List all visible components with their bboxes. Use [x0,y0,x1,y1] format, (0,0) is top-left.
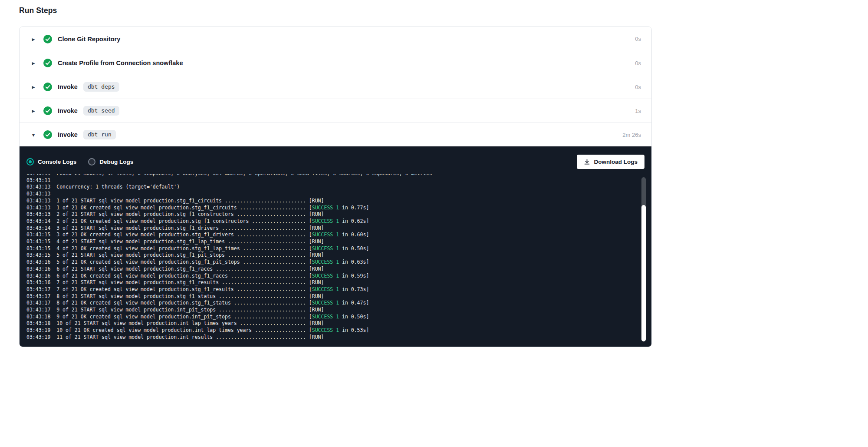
log-success-text: SUCCESS 1 [312,300,339,306]
log-line: 03:43:17 8 of 21 START sql view model pr… [26,293,634,300]
download-icon [584,159,590,165]
log-text: 6 of 21 START sql view model production.… [56,266,324,272]
log-timestamp: 03:43:18 [26,320,56,326]
step-command-chip: dbt deps [83,82,119,92]
log-timestamp: 03:43:17 [26,300,56,306]
log-line: 03:43:17 8 of 21 OK created sql view mod… [26,300,634,307]
log-scrollbar-thumb[interactable] [641,205,646,341]
run-steps-list: ▸ Clone Git Repository 0s ▸ Create Profi… [19,26,652,347]
log-success-text: SUCCESS 1 [312,205,339,211]
console-log-output[interactable]: 03:43:11 Found 21 models, 17 tests, 0 sn… [20,174,651,347]
log-text: 4 of 21 START sql view model production.… [56,238,324,245]
caret-right-icon[interactable]: ▸ [30,84,37,90]
log-text: in 0.77s] [339,205,369,211]
step-label: Invoke [58,107,78,114]
log-text: 11 of 21 START sql view model production… [56,334,324,340]
radio-selected-icon [26,158,34,166]
step-label: Clone Git Repository [58,36,120,43]
log-line: 03:43:17 7 of 21 OK created sql view mod… [26,286,634,293]
log-line: 03:43:15 4 of 21 START sql view model pr… [26,238,634,245]
log-success-text: SUCCESS 1 [312,273,339,279]
caret-down-icon[interactable]: ▾ [30,132,37,138]
radio-label: Debug Logs [99,159,133,165]
log-line: 03:43:15 4 of 21 OK created sql view mod… [26,245,634,252]
log-text: 8 of 21 START sql view model production.… [56,293,324,299]
page: Run Steps ▸ Clone Git Repository 0s ▸ Cr… [19,0,652,347]
log-text: in 0.60s] [339,232,369,238]
log-timestamp: 03:43:11 [26,174,56,176]
caret-right-icon[interactable]: ▸ [30,60,37,66]
radio-unselected-icon [88,158,95,166]
log-timestamp: 03:43:11 [26,177,50,183]
log-line: 03:43:15 3 of 21 OK created sql view mod… [26,232,634,238]
log-timestamp: 03:43:13 [26,198,56,204]
log-success-text: SUCCESS 1 [312,286,339,292]
log-text: 9 of 21 OK created sql view model produc… [56,314,312,320]
log-text: in 0.50s] [339,314,369,320]
step-duration: 0s [635,60,641,66]
step-label: Invoke [58,83,78,90]
log-line: 03:43:14 2 of 21 OK created sql view mod… [26,218,634,225]
log-line: 03:43:16 5 of 21 OK created sql view mod… [26,259,634,266]
download-logs-label: Download Logs [594,159,638,165]
radio-label: Console Logs [38,159,76,165]
download-logs-button[interactable]: Download Logs [577,155,645,169]
debug-logs-radio[interactable]: Debug Logs [88,158,133,166]
log-text: 3 of 21 OK created sql view model produc… [56,232,312,238]
step-duration: 2m 26s [622,132,641,138]
log-text: 2 of 21 START sql view model production.… [56,211,324,217]
log-text: 10 of 21 OK created sql view model produ… [56,327,312,333]
log-timestamp: 03:43:14 [26,218,56,224]
step-command-chip: dbt seed [83,106,119,116]
step-duration: 0s [635,84,641,90]
log-line: 03:43:15 5 of 21 START sql view model pr… [26,252,634,259]
log-line: 03:43:13 Concurrency: 1 threads (target=… [26,184,634,191]
log-timestamp: 03:43:15 [26,252,56,258]
caret-right-icon[interactable]: ▸ [30,36,37,42]
step-label: Invoke [58,131,78,138]
step-row-2[interactable]: ▸ Create Profile from Connection snowfla… [20,51,651,75]
step-command-chip: dbt run [83,130,116,139]
log-timestamp: 03:43:17 [26,307,56,313]
step-row-1[interactable]: ▸ Clone Git Repository 0s [20,27,651,51]
log-timestamp: 03:43:15 [26,245,56,252]
caret-right-icon[interactable]: ▸ [30,108,37,114]
step-duration: 0s [635,36,641,42]
console-panel: Console LogsDebug Logs Download Logs 03:… [20,146,651,347]
log-text: Concurrency: 1 threads (target='default'… [56,184,180,190]
log-timestamp: 03:43:13 [26,211,56,217]
log-text: in 0.63s] [339,259,369,265]
step-duration: 1s [635,108,641,114]
success-check-icon [43,83,52,91]
log-timestamp: 03:43:16 [26,266,56,272]
log-text: 3 of 21 START sql view model production.… [56,225,324,231]
log-line: 03:43:13 1 of 21 START sql view model pr… [26,198,634,205]
step-row-3[interactable]: ▸ Invoke dbt deps 0s [20,75,651,99]
log-text: 6 of 21 OK created sql view model produc… [56,273,312,279]
success-check-icon [43,59,52,67]
log-line: 03:43:13 1 of 21 OK created sql view mod… [26,205,634,212]
success-check-icon [43,35,52,43]
log-timestamp: 03:43:16 [26,273,56,279]
log-timestamp: 03:43:18 [26,314,56,320]
log-timestamp: 03:43:14 [26,225,56,231]
log-timestamp: 03:43:17 [26,293,56,299]
log-timestamp: 03:43:13 [26,205,56,211]
log-timestamp: 03:43:16 [26,279,56,285]
log-line: 03:43:19 10 of 21 OK created sql view mo… [26,327,634,334]
log-line: 03:43:11 Found 21 models, 17 tests, 0 sn… [26,174,634,177]
console-log-tabs: Console LogsDebug Logs [26,158,145,166]
log-text: 5 of 21 OK created sql view model produc… [56,259,312,265]
log-scrollbar[interactable] [641,177,646,341]
log-timestamp: 03:43:19 [26,327,56,333]
step-row-4[interactable]: ▸ Invoke dbt seed 1s [20,99,651,123]
log-line: 03:43:16 7 of 21 START sql view model pr… [26,279,634,286]
log-line: 03:43:13 2 of 21 START sql view model pr… [26,211,634,218]
log-text: 10 of 21 START sql view model production… [56,320,324,326]
log-timestamp: 03:43:13 [26,184,56,190]
console-logs-radio[interactable]: Console Logs [26,158,76,166]
log-text: 2 of 21 OK created sql view model produc… [56,218,312,224]
success-check-icon [43,106,52,115]
step-row-5[interactable]: ▾ Invoke dbt run 2m 26s [20,123,651,146]
log-timestamp: 03:43:19 [26,334,56,340]
